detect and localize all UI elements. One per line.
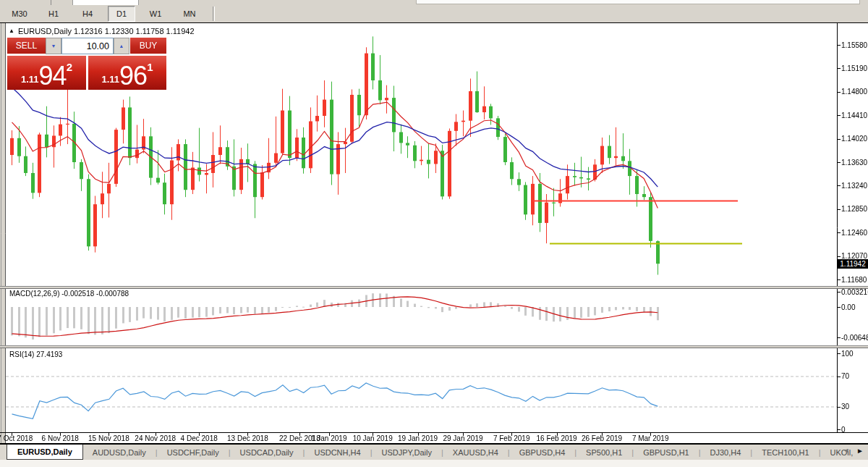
tab-scroll-left-icon[interactable]: ◄ <box>843 447 849 455</box>
tab-bar-understrip <box>0 460 868 467</box>
tab-usdcad-daily[interactable]: USDCAD,Daily <box>231 445 303 460</box>
mt4-window: { "toolbar": { "timeframes": ["M30","H1"… <box>0 0 868 467</box>
chart-tab-bar: EURUSD,DailyAUDUSD,Daily|USDCHF,Daily|US… <box>0 444 868 467</box>
date-axis-label: 10 Jan 2019 <box>346 434 399 442</box>
chart-tabs: EURUSD,DailyAUDUSD,Daily|USDCHF,Daily|US… <box>0 445 868 460</box>
toolbar-divider <box>51 0 51 5</box>
timeframe-button-mn[interactable]: MN <box>176 6 203 22</box>
timeframe-button-h1[interactable]: H1 <box>40 6 67 22</box>
toolbar-fragment <box>416 0 860 4</box>
date-axis: 27 Oct 20186 Nov 201815 Nov 201824 Nov 2… <box>0 0 868 467</box>
timeframe-button-h4[interactable]: H4 <box>74 6 101 22</box>
date-axis-label: 26 Feb 2019 <box>576 434 628 442</box>
tab-eurusd-daily[interactable]: EURUSD,Daily <box>7 445 83 460</box>
date-axis-label: 13 Dec 2018 <box>221 434 273 442</box>
tab-sp500-h1[interactable]: SP500,H1 <box>576 445 631 460</box>
tab-dj30-h4[interactable]: DJ30,H4 <box>701 445 751 460</box>
date-axis-label: 19 Jan 2019 <box>392 434 444 442</box>
date-axis-label: 16 Feb 2019 <box>531 434 583 442</box>
tab-audusd-daily[interactable]: AUDUSD,Daily <box>83 445 156 460</box>
date-axis-label: 15 Nov 2018 <box>82 434 135 442</box>
tab-gbpusd-h1[interactable]: GBPUSD,H1 <box>634 445 699 460</box>
tab-scroll-arrows: ◄ ► <box>843 447 864 455</box>
timeframe-button-d1[interactable]: D1 <box>108 6 135 22</box>
timeframe-button-m30[interactable]: M30 <box>6 6 33 22</box>
date-axis-label: 7 Mar 2019 <box>624 434 676 442</box>
tab-usdchf-daily[interactable]: USDCHF,Daily <box>158 445 229 460</box>
date-axis-label: 4 Dec 2018 <box>173 434 225 442</box>
timeframe-button-w1[interactable]: W1 <box>142 6 169 22</box>
tab-gbpusd-h4[interactable]: GBPUSD,H4 <box>510 445 575 460</box>
tab-usdcnh-h4[interactable]: USDCNH,H4 <box>305 445 370 460</box>
tab-usdjpy-daily[interactable]: USDJPY,Daily <box>372 445 441 460</box>
current-price-badge: 1.11942 <box>838 259 868 269</box>
date-axis-label: 7 Feb 2019 <box>485 434 537 442</box>
timeframe-toolbar: M30H1H4D1W1MN <box>0 5 868 22</box>
date-axis-label: 29 Jan 2019 <box>437 434 489 442</box>
toolbar-divider <box>213 7 215 21</box>
date-axis-label: 6 Nov 2018 <box>34 434 86 442</box>
tab-xauusd-h4[interactable]: XAUUSD,H4 <box>443 445 508 460</box>
date-axis-label: 27 Oct 2018 <box>0 434 39 442</box>
tab-tech100-h1[interactable]: TECH100,H1 <box>752 445 818 460</box>
clipped-upper-toolbar <box>0 0 868 5</box>
tab-scroll-right-icon[interactable]: ► <box>856 447 864 455</box>
